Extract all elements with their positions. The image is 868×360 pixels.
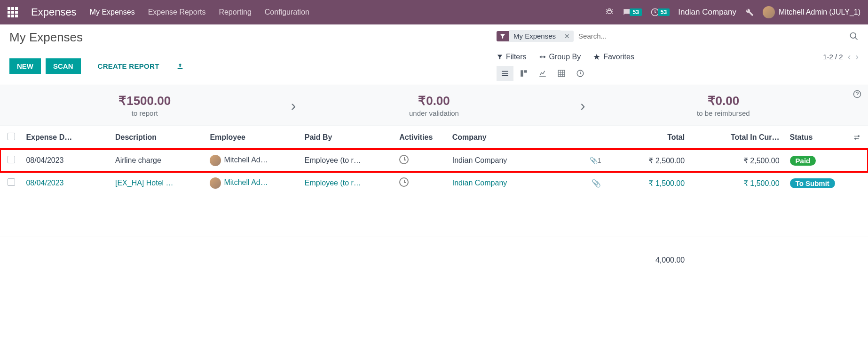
col-company[interactable]: Company xyxy=(449,126,582,149)
pager: 1-2 / 2 ‹ › xyxy=(823,51,859,62)
status-to-be-reimbursed[interactable]: ₹0.00 to be reimbursed xyxy=(579,94,868,117)
cell-paid-by: Employee (to r… xyxy=(301,172,395,194)
group-by-button[interactable]: Group By xyxy=(539,53,581,61)
table-footer-row: 4,000.00 xyxy=(0,237,868,270)
menu-my-expenses[interactable]: My Expenses xyxy=(90,8,135,16)
clock-icon xyxy=(399,177,409,187)
svg-point-1 xyxy=(851,32,856,38)
debug-icon[interactable] xyxy=(605,8,614,16)
status-under-validation-label: under validation xyxy=(289,109,578,117)
svg-rect-3 xyxy=(502,73,508,74)
favorites-label: Favorites xyxy=(603,53,634,61)
table-row[interactable]: 08/04/2023 [EX_HA] Hotel … Mitchell Ad… … xyxy=(0,172,868,194)
cell-activities[interactable] xyxy=(395,172,449,194)
row-checkbox[interactable] xyxy=(8,156,15,163)
status-to-be-reimbursed-amount: ₹0.00 xyxy=(579,94,868,108)
clock-icon xyxy=(399,155,409,164)
col-attach xyxy=(582,126,605,149)
row-checkbox[interactable] xyxy=(8,178,15,186)
upload-icon[interactable] xyxy=(176,63,184,70)
paperclip-icon: 📎 xyxy=(590,157,598,164)
select-all-checkbox[interactable] xyxy=(8,133,15,140)
view-activity-icon[interactable] xyxy=(572,66,589,81)
footer-total: 4,000.00 xyxy=(605,237,688,270)
view-kanban-icon[interactable] xyxy=(515,66,532,81)
help-icon[interactable] xyxy=(853,90,861,98)
new-button[interactable]: NEW xyxy=(9,58,41,74)
table-header-row: Expense D… Description Employee Paid By … xyxy=(0,126,868,149)
company-selector[interactable]: Indian Company xyxy=(678,8,736,17)
user-name: Mitchell Admin (JULY_1) xyxy=(779,8,860,16)
cell-total-currency: ₹ 1,500.00 xyxy=(688,172,783,194)
cell-employee: Mitchell Ad… xyxy=(206,172,300,194)
cell-date: 08/04/2023 xyxy=(22,149,111,172)
col-employee[interactable]: Employee xyxy=(206,126,300,149)
status-to-report-amount: ₹1500.00 xyxy=(0,94,289,108)
create-report-button[interactable]: CREATE REPORT xyxy=(90,58,167,74)
table-row[interactable]: 08/04/2023 Airline charge Mitchell Ad… E… xyxy=(0,149,868,172)
pager-next[interactable]: › xyxy=(855,51,859,62)
status-to-report-label: to report xyxy=(0,109,289,117)
search-bar[interactable]: My Expenses ✕ xyxy=(497,30,859,44)
pager-prev[interactable]: ‹ xyxy=(848,51,851,62)
svg-rect-7 xyxy=(558,70,565,77)
cell-total: ₹ 1,500.00 xyxy=(605,172,688,194)
cell-description: Airline charge xyxy=(111,149,206,172)
status-to-report[interactable]: ₹1500.00 to report › xyxy=(0,94,289,117)
apps-icon[interactable] xyxy=(8,7,18,17)
paperclip-icon: 📎 xyxy=(592,179,601,187)
col-total[interactable]: Total xyxy=(605,126,688,149)
col-total-currency[interactable]: Total In Cur… xyxy=(688,126,783,149)
search-facet-remove[interactable]: ✕ xyxy=(560,31,574,42)
tools-icon[interactable] xyxy=(745,8,754,17)
scan-button[interactable]: SCAN xyxy=(46,58,81,74)
cell-company: Indian Company xyxy=(449,172,582,194)
cell-company: Indian Company xyxy=(449,149,582,172)
employee-avatar xyxy=(210,155,221,166)
expense-statusbar: ₹1500.00 to report › ₹0.00 under validat… xyxy=(0,85,868,126)
search-icon[interactable] xyxy=(849,32,859,41)
col-activities[interactable]: Activities xyxy=(395,126,449,149)
svg-rect-6 xyxy=(524,70,527,72)
cell-attach[interactable]: 📎1 xyxy=(582,149,605,172)
view-pivot-icon[interactable] xyxy=(553,66,570,81)
expense-table: Expense D… Description Employee Paid By … xyxy=(0,126,868,270)
cell-status: Paid xyxy=(783,149,849,172)
top-navbar: Expenses My Expenses Expense Reports Rep… xyxy=(0,0,868,24)
employee-avatar xyxy=(210,177,221,189)
menu-configuration[interactable]: Configuration xyxy=(265,8,309,16)
col-status[interactable]: Status xyxy=(783,126,849,149)
status-to-be-reimbursed-label: to be reimbursed xyxy=(579,109,868,117)
col-date[interactable]: Expense D… xyxy=(22,126,111,149)
svg-point-10 xyxy=(858,136,859,137)
cell-attach[interactable]: 📎 xyxy=(582,172,605,194)
svg-rect-4 xyxy=(502,75,508,76)
user-menu[interactable]: Mitchell Admin (JULY_1) xyxy=(763,6,860,18)
search-facet-icon xyxy=(497,31,509,41)
svg-rect-2 xyxy=(502,71,508,72)
cell-total: ₹ 2,500.00 xyxy=(605,149,688,172)
activities-icon[interactable]: 53 xyxy=(650,8,670,17)
menu-expense-reports[interactable]: Expense Reports xyxy=(148,8,206,16)
cell-date: 08/04/2023 xyxy=(22,172,111,194)
favorites-button[interactable]: Favorites xyxy=(593,53,634,61)
status-under-validation[interactable]: ₹0.00 under validation › xyxy=(289,94,578,117)
search-input[interactable] xyxy=(574,30,849,42)
col-description[interactable]: Description xyxy=(111,126,206,149)
cell-activities[interactable] xyxy=(395,149,449,172)
app-title[interactable]: Expenses xyxy=(31,6,77,18)
col-paid-by[interactable]: Paid By xyxy=(301,126,395,149)
menu-reporting[interactable]: Reporting xyxy=(219,8,251,16)
page-title: My Expenses xyxy=(9,30,83,45)
status-under-validation-amount: ₹0.00 xyxy=(289,94,578,108)
svg-point-11 xyxy=(855,138,856,139)
cell-description: [EX_HA] Hotel … xyxy=(111,172,206,194)
filters-button[interactable]: Filters xyxy=(497,53,527,61)
activities-badge: 53 xyxy=(658,8,670,16)
messages-badge: 53 xyxy=(630,8,641,16)
adjust-columns-icon[interactable] xyxy=(853,134,864,141)
view-list-icon[interactable] xyxy=(497,66,513,81)
view-graph-icon[interactable] xyxy=(534,66,551,81)
messages-icon[interactable]: 53 xyxy=(622,8,641,17)
svg-rect-5 xyxy=(521,70,523,77)
